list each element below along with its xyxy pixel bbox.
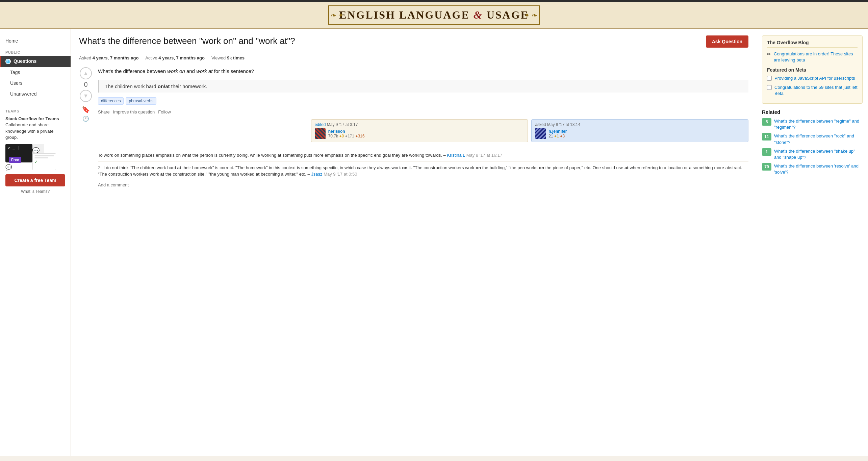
question-title: What's the difference between "work on" … <box>79 35 706 47</box>
teams-section: TEAMS Stack Overflow for Teams – Collabo… <box>0 105 71 198</box>
related-link-3[interactable]: What's the difference between "shake up"… <box>774 148 863 160</box>
related-score-3: 1 <box>762 148 771 156</box>
related-item-4: 79 What's the difference between 'resolv… <box>762 163 863 175</box>
tag-differences[interactable]: differences <box>98 97 124 105</box>
sidebar-public-label: PUBLIC <box>0 46 71 56</box>
related-section: Related 5 What's the difference between … <box>762 109 863 176</box>
pencil-icon: ✏ <box>767 51 771 57</box>
related-link-2[interactable]: What's the difference between "rock" and… <box>774 133 863 145</box>
sidebar-item-users[interactable]: Users <box>0 78 71 88</box>
editor-name[interactable]: herisson <box>328 129 365 134</box>
question-area: ▲ 0 ▼ 🔖 🕐 What's the difference between … <box>79 67 748 189</box>
edited-user-card: edited May 9 '17 at 3:17 herisson 70.7k <box>311 119 528 142</box>
sidebar-item-tags[interactable]: Tags <box>0 67 71 78</box>
editor-avatar <box>315 128 326 139</box>
question-blockquote: The children work hard on/at their homew… <box>98 80 748 93</box>
globe-icon <box>5 59 11 64</box>
asked-meta: Asked 4 years, 7 months ago <box>79 55 138 60</box>
asker-avatar <box>535 128 546 139</box>
tags-row: differences phrasal-verbs <box>98 97 748 105</box>
teams-free-badge: Free <box>9 157 21 163</box>
comment-author-2[interactable]: Jsasz <box>311 172 322 177</box>
site-header-inner: ❧ ✦ ENGLISH LANGUAGE & USAGE ✦ ❧ <box>328 5 540 25</box>
add-comment-button[interactable]: Add a comment <box>98 180 129 189</box>
comment-author-1[interactable]: Kristina L <box>447 153 465 158</box>
related-item-3: 1 What's the difference between "shake u… <box>762 148 863 160</box>
share-link[interactable]: Share <box>98 109 110 114</box>
related-item-2: 11 What's the difference between "rock" … <box>762 133 863 145</box>
meta-checkbox-2 <box>767 85 772 90</box>
question-header: What's the difference between "work on" … <box>79 35 748 52</box>
question-meta: Asked 4 years, 7 months ago Active 4 yea… <box>79 55 748 60</box>
asker-name[interactable]: h.jennifer <box>548 129 567 134</box>
asked-action: asked May 8 '17 at 13:14 <box>535 122 745 127</box>
vote-count: 0 <box>84 81 87 88</box>
site-title-ampersand: & <box>474 9 487 21</box>
downvote-button[interactable]: ▼ <box>80 90 92 102</box>
sidebar-item-questions[interactable]: Questions <box>0 56 71 67</box>
related-item-1: 5 What's the difference between "regime"… <box>762 118 863 130</box>
herisson-avatar-img <box>315 128 326 139</box>
teams-comment: 💬 <box>5 164 12 171</box>
related-link-4[interactable]: What's the difference between 'resolve' … <box>774 163 863 175</box>
asker-info: h.jennifer 21 ●1 ●3 <box>535 128 745 139</box>
blog-item-1: ✏ Congratulations are in order! These si… <box>767 51 858 63</box>
vote-column: ▲ 0 ▼ 🔖 🕐 <box>79 67 93 189</box>
editor-info: herisson 70.7k ●9 ●171 ●316 <box>315 128 525 139</box>
edited-link[interactable]: edited <box>315 122 326 127</box>
teams-illustration: > _ | Free 💬 ✓ 💬 <box>5 144 65 171</box>
comment-2: 2 I do not think "The children work hard… <box>98 161 748 180</box>
tag-phrasal-verbs[interactable]: phrasal-verbs <box>126 97 156 105</box>
teams-label: TEAMS <box>5 109 65 113</box>
page-layout: Home PUBLIC Questions Tags Users Unanswe… <box>0 29 868 456</box>
right-sidebar: The Overflow Blog ✏ Congratulations are … <box>757 29 868 456</box>
featured-meta-title: Featured on Meta <box>767 67 858 73</box>
what-is-teams-link[interactable]: What is Teams? <box>5 189 65 194</box>
meta-link-1[interactable]: Providing a JavaScript API for userscrip… <box>774 75 855 81</box>
sidebar-questions-label: Questions <box>14 58 36 64</box>
blog-link-1[interactable]: Congratulations are in order! These site… <box>774 51 858 63</box>
related-score-2: 11 <box>762 133 771 140</box>
site-title: ENGLISH LANGUAGE & USAGE <box>339 9 529 21</box>
improve-link[interactable]: Improve this question <box>113 109 155 114</box>
work-on-term: work on <box>167 68 185 74</box>
meta-item-2: Congratulations to the 59 sites that jus… <box>767 84 858 97</box>
comment-num-2: 2 <box>98 165 100 170</box>
question-body: What's the difference between work on an… <box>98 67 748 75</box>
ask-question-button[interactable]: Ask Question <box>706 35 748 48</box>
sidebar: Home PUBLIC Questions Tags Users Unanswe… <box>0 29 71 456</box>
asked-user-card: asked May 8 '17 at 13:14 h.jennifer 21 <box>531 119 748 142</box>
editor-details: herisson 70.7k ●9 ●171 ●316 <box>328 129 365 138</box>
follow-link[interactable]: Follow <box>158 109 171 114</box>
related-score-4: 79 <box>762 163 771 171</box>
teams-promo-strong: Stack Overflow for Teams <box>5 116 59 121</box>
related-score-1: 5 <box>762 118 771 126</box>
sidebar-item-home[interactable]: Home <box>0 35 71 46</box>
asker-rep: 21 ●1 ●3 <box>548 134 565 138</box>
create-team-button[interactable]: Create a free Team <box>5 174 65 186</box>
edited-action: edited May 9 '17 at 3:17 <box>315 122 525 127</box>
sidebar-item-unanswered[interactable]: Unanswered <box>0 88 71 99</box>
overflow-blog-widget: The Overflow Blog ✏ Congratulations are … <box>762 35 863 104</box>
question-content: What's the difference between work on an… <box>98 67 748 189</box>
comment-text-1: To work on something places emphasis on … <box>98 153 446 158</box>
comment-date-link-1[interactable]: May 8 '17 at 16:17 <box>466 153 503 158</box>
post-actions: Share Improve this question Follow <box>98 109 748 114</box>
history-button[interactable]: 🕐 <box>82 116 89 122</box>
comment-date-2[interactable]: May 9 '17 at 0:50 <box>324 172 357 177</box>
hjennifer-avatar-img <box>535 128 546 139</box>
upvote-button[interactable]: ▲ <box>80 67 92 79</box>
sidebar-divider <box>0 102 71 102</box>
related-link-1[interactable]: What's the difference between "regime" a… <box>774 118 863 130</box>
teams-terminal: > _ | Free <box>5 144 32 162</box>
bookmark-button[interactable]: 🔖 <box>82 105 90 113</box>
site-header: ❧ ✦ ENGLISH LANGUAGE & USAGE ✦ ❧ <box>0 2 868 29</box>
meta-item-1: Providing a JavaScript API for userscrip… <box>767 75 858 81</box>
overflow-blog-title: The Overflow Blog <box>767 40 858 48</box>
site-title-text1: ENGLISH LANGUAGE <box>339 9 470 21</box>
user-cards: edited May 9 '17 at 3:17 herisson 70.7k <box>98 119 748 142</box>
header-deco-right: ✦ ❧ <box>524 11 537 19</box>
meta-link-2[interactable]: Congratulations to the 59 sites that jus… <box>774 84 858 97</box>
comment-1: To work on something places emphasis on … <box>98 149 748 161</box>
main-content: What's the difference between "work on" … <box>71 29 757 456</box>
